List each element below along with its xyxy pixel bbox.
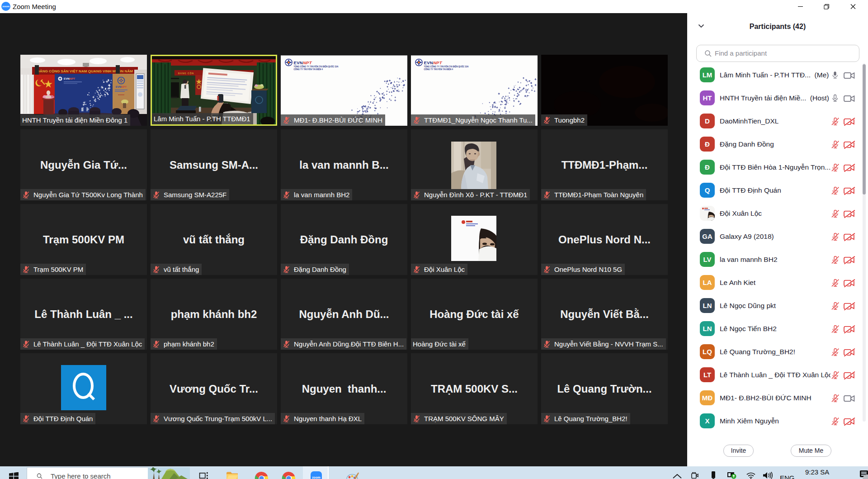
svg-text:CÔNG TY TRUYỀN TẢI ĐIỆN 4: CÔNG TY TRUYỀN TẢI ĐIỆN 4 <box>294 67 323 71</box>
svg-text:EVNNPT: EVNNPT <box>116 85 127 88</box>
svg-text:EVNNPT: EVNNPT <box>64 77 75 80</box>
svg-text:TỔNG CÔNG TY TRUYỀN TẢI ĐIỆN Q: TỔNG CÔNG TY TRUYỀN TẢI ĐIỆN QUỐC GIA <box>424 65 469 68</box>
svg-text:TỔNG CÔNG TY TRUYỀN TẢI ĐIỆN Q: TỔNG CÔNG TY TRUYỀN TẢI ĐIỆN QUỐC GIA <box>294 65 339 68</box>
svg-text:zoom: zoom <box>312 476 320 479</box>
svg-text:EVNNPT: EVNNPT <box>294 60 312 65</box>
svg-text:EVNNPT: EVNNPT <box>424 60 443 65</box>
svg-text:CÔNG TY TRUYỀN TẢI ĐIỆN 4: CÔNG TY TRUYỀN TẢI ĐIỆN 4 <box>424 67 453 71</box>
svg-text:ĐẢNG CỘN: ĐẢNG CỘN <box>178 71 194 75</box>
